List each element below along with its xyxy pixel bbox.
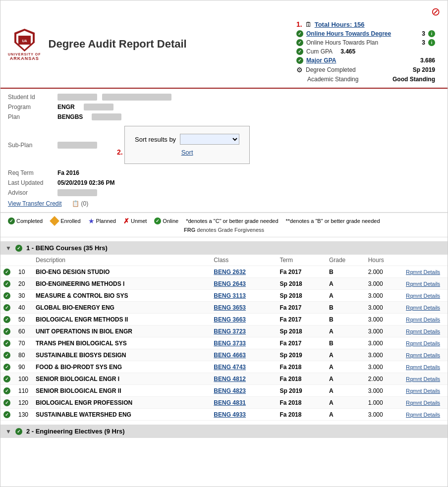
course-rqmnt-link[interactable]: Rqmnt Details bbox=[406, 293, 440, 299]
course-check-icon: ✓ bbox=[3, 316, 10, 323]
legend-section: ✓ Completed Enrolled ★ Planned ✗ Unmet ✓… bbox=[0, 213, 448, 237]
file-icon: 📋 bbox=[72, 200, 79, 207]
transfer-credit-link[interactable]: View Transfer Credit bbox=[8, 200, 62, 207]
course-check-cell: ✓ bbox=[0, 325, 15, 337]
calendar-icon: 🗓 bbox=[305, 21, 312, 28]
course-seq: 60 bbox=[15, 325, 33, 337]
course-class-link[interactable]: BENG 4823 bbox=[214, 387, 246, 394]
degree-completed-icon: ⚙ bbox=[296, 66, 303, 74]
course-seq: 10 bbox=[15, 266, 33, 278]
completed-icon-cum-gpa: ✓ bbox=[296, 48, 303, 55]
advisor-value-blurred bbox=[57, 189, 97, 196]
unmet-label: Unmet bbox=[131, 218, 147, 224]
completed-icon-online-degree: ✓ bbox=[296, 30, 303, 37]
total-hours-link[interactable]: Total Hours: 156 bbox=[315, 21, 365, 28]
course-class: BENG 3653 bbox=[211, 302, 277, 314]
course-class-link[interactable]: BENG 4743 bbox=[214, 364, 246, 371]
course-class-link[interactable]: BENG 2643 bbox=[214, 280, 246, 287]
course-class-link[interactable]: BENG 4933 bbox=[214, 411, 246, 418]
program-extra-blurred bbox=[84, 104, 113, 110]
enrolled-label: Enrolled bbox=[60, 218, 80, 224]
planned-icon: ★ bbox=[88, 217, 95, 225]
online-plan-info-icon[interactable]: i bbox=[428, 39, 435, 46]
sort-button[interactable]: Sort bbox=[181, 149, 193, 156]
last-updated-label: Last Updated bbox=[8, 179, 53, 186]
course-check-icon: ✓ bbox=[3, 280, 10, 287]
course-class-link[interactable]: BENG 3663 bbox=[214, 316, 246, 323]
sort-select[interactable] bbox=[180, 134, 239, 145]
table-row: ✓ 90 FOOD & BIO-PRODT SYS ENG BENG 4743 … bbox=[0, 361, 448, 373]
course-class: BENG 2632 bbox=[211, 266, 277, 278]
course-class-link[interactable]: BENG 4663 bbox=[214, 352, 246, 359]
course-term: Fa 2018 bbox=[277, 361, 326, 373]
course-rqmnt-link[interactable]: Rqmnt Details bbox=[406, 364, 440, 370]
course-description: UNIT OPERATIONS IN BIOL ENGR bbox=[33, 325, 211, 337]
course-description: TRANS PHEN BIOLOGICAL SYS bbox=[33, 337, 211, 349]
legend-row2: FRG denotes Grade Forgiveness bbox=[8, 225, 440, 233]
course-check-icon: ✓ bbox=[3, 292, 10, 299]
online-hours-degree-link[interactable]: Online Hours Towards Degree bbox=[306, 30, 391, 37]
major-gpa-link[interactable]: Major GPA bbox=[306, 57, 336, 64]
total-hours-row: 1. 🗓 Total Hours: 156 bbox=[296, 20, 435, 28]
req-term-row: Req Term Fa 2016 bbox=[8, 169, 440, 176]
cum-gpa-value: 3.465 bbox=[340, 48, 355, 55]
course-rqmnt-link[interactable]: Rqmnt Details bbox=[406, 340, 440, 346]
advisor-row: Advisor bbox=[8, 189, 440, 196]
sub-plan-label: Sub-Plan bbox=[8, 142, 53, 149]
course-grade: B bbox=[326, 266, 365, 278]
online-hours-plan-label: Online Hours Towards Plan bbox=[306, 39, 378, 46]
col-hours: Hours bbox=[365, 255, 403, 266]
course-term: Fa 2017 bbox=[277, 302, 326, 314]
course-check-cell: ✓ bbox=[0, 397, 15, 409]
arkansas-text: ARKANSAS bbox=[10, 56, 39, 61]
course-rqmnt-link[interactable]: Rqmnt Details bbox=[406, 317, 440, 323]
col-seq bbox=[15, 255, 33, 266]
degree-completed-value: Sp 2019 bbox=[413, 66, 435, 73]
course-class-link[interactable]: BENG 2632 bbox=[214, 269, 246, 275]
course-rqmnt-link[interactable]: Rqmnt Details bbox=[406, 352, 440, 358]
file-icon-area[interactable]: 📋 (0) bbox=[72, 200, 89, 207]
course-term: Fa 2018 bbox=[277, 409, 326, 421]
section2-arrow[interactable]: ▼ bbox=[5, 428, 11, 435]
course-class: BENG 3113 bbox=[211, 290, 277, 302]
course-class-link[interactable]: BENG 3733 bbox=[214, 340, 246, 347]
course-seq: 30 bbox=[15, 290, 33, 302]
planned-label: Planned bbox=[96, 218, 116, 224]
course-class-link[interactable]: BENG 3653 bbox=[214, 304, 246, 311]
online-label: Online bbox=[163, 218, 178, 224]
course-class-link[interactable]: BENG 4831 bbox=[214, 399, 246, 406]
top-right-info: 1. 🗓 Total Hours: 156 ✓ Online Hours Tow… bbox=[296, 20, 435, 83]
course-rqmnt-link[interactable]: Rqmnt Details bbox=[406, 281, 440, 287]
section2-title: 2 - Engineering Electives (9 Hrs) bbox=[26, 428, 125, 435]
course-class-link[interactable]: BENG 3113 bbox=[214, 292, 246, 299]
section1-title: 1 - BENG Courses (35 Hrs) bbox=[26, 244, 108, 252]
university-of-text: UNIVERSITY OF bbox=[8, 53, 41, 56]
section1-arrow[interactable]: ▼ bbox=[5, 245, 11, 252]
course-class: BENG 4831 bbox=[211, 397, 277, 409]
university-logo: UA bbox=[13, 28, 36, 53]
course-class: BENG 4823 bbox=[211, 385, 277, 397]
course-rqmnt-link[interactable]: Rqmnt Details bbox=[406, 328, 440, 334]
course-rqmnt-link[interactable]: Rqmnt Details bbox=[406, 376, 440, 382]
page-title: Degree Audit Report Detail bbox=[49, 38, 296, 51]
col-term: Term bbox=[277, 255, 326, 266]
course-rqmnt-link[interactable]: Rqmnt Details bbox=[406, 269, 440, 275]
course-grade: B bbox=[326, 337, 365, 349]
col-grade: Grade bbox=[326, 255, 365, 266]
course-check-cell: ✓ bbox=[0, 409, 15, 421]
course-grade: A bbox=[326, 409, 365, 421]
course-class-link[interactable]: BENG 3723 bbox=[214, 328, 246, 335]
course-rqmnt-link[interactable]: Rqmnt Details bbox=[406, 305, 440, 311]
legend-enrolled: Enrolled bbox=[50, 217, 80, 224]
course-grade: A bbox=[326, 349, 365, 361]
course-rqmnt-link[interactable]: Rqmnt Details bbox=[406, 412, 440, 418]
course-grade: A bbox=[326, 325, 365, 337]
course-check-cell: ✓ bbox=[0, 385, 15, 397]
course-rqmnt-link[interactable]: Rqmnt Details bbox=[406, 388, 440, 394]
online-degree-info-icon[interactable]: i bbox=[428, 30, 435, 37]
course-class-link[interactable]: BENG 4812 bbox=[214, 376, 246, 382]
table-row: ✓ 60 UNIT OPERATIONS IN BIOL ENGR BENG 3… bbox=[0, 325, 448, 337]
course-rqmnt: Rqmnt Details bbox=[403, 409, 448, 421]
course-seq: 70 bbox=[15, 337, 33, 349]
course-rqmnt-link[interactable]: Rqmnt Details bbox=[406, 400, 440, 406]
